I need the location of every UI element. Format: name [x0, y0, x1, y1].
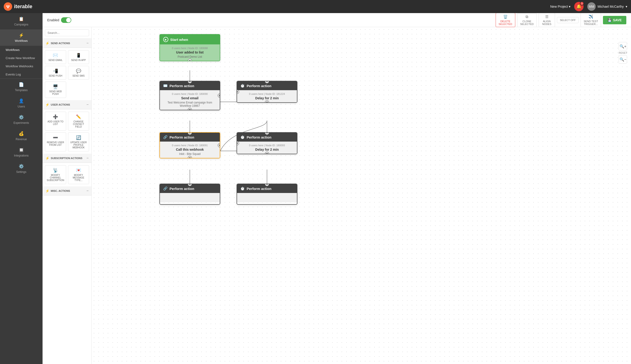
action-node-1[interactable]: ✉️ Perform action 0 users here | Node ID…: [160, 81, 220, 110]
canvas-area[interactable]: ▶ Start when 0 users here | Node ID: 180…: [92, 27, 631, 364]
update-user-profile-card[interactable]: 🔄 UPDATE USER PROFILE WEBHOOK: [68, 132, 89, 152]
enabled-toggle[interactable]: [61, 17, 71, 23]
action-node-6-body: [237, 193, 297, 202]
start-node-header: ▶ Start when: [160, 34, 220, 44]
sidebar-sub-workflows[interactable]: Workflows: [0, 46, 43, 54]
integrations-icon: 🔲: [19, 148, 24, 152]
send-actions-grid: ✉️ SEND EMAIL 📱 SEND IN APP 📲 SEND PUSH …: [43, 48, 92, 100]
user-menu[interactable]: MM Michael McCarthy ▾: [587, 2, 627, 11]
update-user-icon: 🔄: [76, 135, 81, 140]
collapse-send-actions[interactable]: −: [87, 41, 89, 45]
templates-icon: 📄: [19, 82, 24, 87]
align-nodes-button[interactable]: ☰ ALIGN NODES: [539, 13, 555, 27]
panel-search-area: [43, 27, 92, 39]
action-2-bottom-connector: [265, 100, 269, 103]
clone-icon: ⧉: [525, 15, 528, 19]
add-user-to-list-card[interactable]: ➕ ADD USER TO LIST: [45, 112, 66, 130]
sidebar-item-templates[interactable]: 📄 Templates: [0, 79, 43, 95]
search-input[interactable]: [45, 30, 89, 36]
sidebar-item-settings[interactable]: ⚙️ Settings: [0, 160, 43, 177]
send-in-app-card[interactable]: 📱 SEND IN APP: [68, 50, 89, 64]
notifications-badge: 9: [580, 2, 584, 6]
clone-selected-button[interactable]: ⧉ CLONE SELECTED: [517, 13, 537, 27]
send-push-card[interactable]: 📲 SEND PUSH: [45, 66, 66, 80]
play-icon: ▶: [163, 37, 168, 42]
send-sms-card[interactable]: 💬 SEND SMS: [68, 66, 89, 80]
toggle-knob: [66, 18, 71, 22]
action-1-bottom-connector: [188, 108, 192, 110]
start-node-body: 0 users here | Node ID: 180088 User adde…: [160, 44, 220, 61]
align-label: ALIGN NODES: [542, 20, 551, 26]
modify-message-icon: 💌: [76, 168, 81, 173]
send-push-icon: 📲: [53, 68, 58, 74]
select-off-button[interactable]: SELECT OFF: [557, 17, 579, 23]
sidebar-item-experiments[interactable]: ⚙️ Experiments: [0, 112, 43, 128]
sidebar-item-campaigns[interactable]: 📋 Campaigns: [0, 13, 43, 30]
enabled-label: Enabled: [47, 18, 59, 22]
action-4-bottom-connector: [265, 152, 269, 154]
sidebar-sub-events-log[interactable]: Events Log: [0, 70, 43, 78]
sidebar-item-integrations[interactable]: 🔲 Integrations: [0, 144, 43, 160]
collapse-subscription-actions[interactable]: −: [87, 156, 89, 160]
delete-selected-button[interactable]: 🗑️ DELETE SELECTED: [496, 13, 515, 27]
send-test-icon: ✈️: [588, 14, 593, 19]
delete-icon: 🗑️: [503, 14, 508, 19]
collapse-misc-actions[interactable]: −: [87, 189, 89, 193]
action-3-right-connector: [218, 143, 220, 148]
sidebar-item-revenue[interactable]: 💰 Revenue: [0, 128, 43, 144]
zoom-out-icon: 🔍−: [619, 57, 626, 62]
align-icon: ☰: [545, 14, 548, 19]
sidebar-item-workflows[interactable]: ⚡ Workflows: [0, 30, 43, 46]
send-test-trigger-button[interactable]: ✈️ SEND TEST TRIGGER...: [580, 13, 601, 27]
nav-right: New Project ▾ 🔔 9 MM Michael McCarthy ▾: [550, 2, 627, 11]
user-avatar: MM: [587, 2, 596, 11]
clone-label: CLONE SELECTED: [520, 20, 534, 26]
modify-message-card[interactable]: 💌 MODIFY MESSAGE TYPE...: [68, 165, 89, 184]
send-sms-icon: 💬: [76, 68, 81, 74]
zoom-in-icon: 🔍+: [619, 44, 626, 48]
action-node-6[interactable]: ⏱️ Perform action: [237, 184, 297, 205]
modify-channel-card[interactable]: 📡 MODIFY CHANNEL SUBSCRIPTION: [45, 165, 66, 184]
action-node-5[interactable]: 🔗 Perform action: [160, 184, 220, 205]
subscription-actions-title: ⚡ SUBSCRIPTION ACTIONS: [45, 156, 82, 160]
send-web-push-card[interactable]: 🖥️ SEND WEB PUSH: [45, 82, 66, 98]
bolt-icon-user: ⚡: [45, 103, 49, 106]
start-node[interactable]: ▶ Start when 0 users here | Node ID: 180…: [160, 34, 220, 61]
notifications-button[interactable]: 🔔 9: [574, 2, 583, 11]
action-3-bottom-connector: [188, 156, 192, 158]
logo: iterable: [4, 2, 32, 11]
action-node-3[interactable]: 🔗 Perform action 0 users here | Node ID:…: [160, 132, 220, 158]
select-off-label: SELECT OFF: [560, 19, 576, 22]
webhook-node-3-icon: 🔗: [163, 135, 168, 139]
sidebar-sub-webhooks[interactable]: Workflow Webhooks: [0, 62, 43, 70]
send-email-card[interactable]: ✉️ SEND EMAIL: [45, 50, 66, 64]
bolt-icon-send: ⚡: [45, 41, 49, 45]
top-nav: iterable New Project ▾ 🔔 9 MM Michael Mc…: [0, 0, 631, 13]
canvas-inner: ▶ Start when 0 users here | Node ID: 180…: [92, 27, 512, 354]
action-node-3-body: 0 users here | Node ID: 180091 Call this…: [160, 142, 220, 158]
delete-label: DELETE SELECTED: [499, 20, 512, 26]
bolt-icon-misc: ⚡: [45, 189, 49, 193]
remove-user-from-list-card[interactable]: ➖ REMOVE USER FROM LIST: [45, 132, 66, 152]
action-node-2[interactable]: ⏱️ Perform action 0 users here | Node ID…: [237, 81, 297, 103]
users-icon: 👤: [19, 98, 24, 104]
save-icon: 💾: [608, 18, 611, 22]
toolbar-actions: 🗑️ DELETE SELECTED ⧉ CLONE SELECTED ☰ AL…: [496, 13, 626, 27]
project-selector[interactable]: New Project ▾: [550, 5, 570, 8]
svg-point-1: [6, 5, 8, 7]
save-button[interactable]: 💾 SAVE: [603, 16, 626, 24]
misc-actions-header: ⚡ MISC. ACTIONS −: [43, 186, 92, 196]
reset-label[interactable]: RESET: [618, 52, 627, 54]
sidebar-sub-create-new[interactable]: Create New Workflow: [0, 54, 43, 62]
main-area: ⚡ SEND ACTIONS − ✉️ SEND EMAIL 📱 SEND IN…: [43, 13, 631, 364]
start-node-bottom-connector: [188, 59, 192, 61]
app-name: iterable: [14, 4, 32, 10]
sidebar-item-users[interactable]: 👤 Users: [0, 95, 43, 112]
zoom-out-button[interactable]: 🔍−: [618, 55, 627, 64]
collapse-user-actions[interactable]: −: [87, 102, 89, 107]
zoom-in-button[interactable]: 🔍+: [618, 42, 627, 50]
sidebar: 📋 Campaigns ⚡ Workflows Workflows Create…: [0, 13, 43, 364]
change-contact-field-card[interactable]: ✏️ CHANGE CONTACT FIELD: [68, 112, 89, 130]
action-node-4[interactable]: ⏱️ Perform action 0 users here | Node ID…: [237, 132, 297, 154]
email-node-icon: ✉️: [163, 84, 168, 88]
